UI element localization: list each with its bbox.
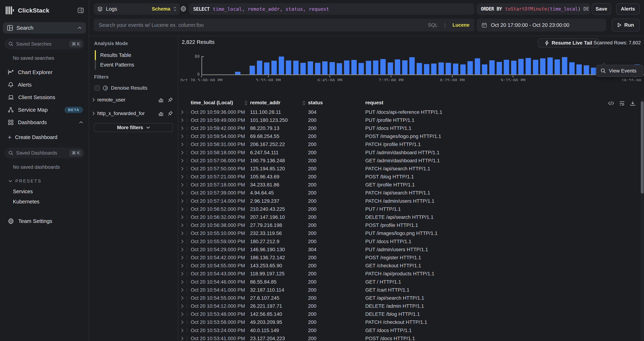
column-header-remote-addr[interactable]: remote_addr <box>250 100 308 106</box>
table-row[interactable]: Oct 20 10:54:42.000 PM 186.136.72.142 20… <box>178 254 640 262</box>
histogram-bar[interactable] <box>409 57 415 74</box>
more-filters-button[interactable]: More filters <box>94 123 173 132</box>
mode-lucene-toggle[interactable]: Lucene <box>452 22 470 28</box>
table-row[interactable]: Oct 20 10:56:32.000 PM 207.147.196.10 20… <box>178 213 640 221</box>
sidebar-collapse-icon[interactable] <box>78 8 84 13</box>
histogram-bar[interactable] <box>548 58 553 74</box>
expand-row-chevron-icon[interactable] <box>181 304 185 308</box>
table-row[interactable]: Oct 20 10:55:59.000 PM 180.27.212.9 200 … <box>178 238 640 246</box>
expand-row-chevron-icon[interactable] <box>181 336 185 340</box>
table-row[interactable]: Oct 20 10:53:24.000 PM 40.0.115.149 200 … <box>178 326 640 334</box>
saved-searches-input[interactable]: ⌘ K <box>4 39 84 50</box>
expand-row-chevron-icon[interactable] <box>181 175 185 179</box>
sidebar-item-dashboards[interactable]: Dashboards <box>0 116 89 129</box>
expand-row-chevron-icon[interactable] <box>181 312 185 316</box>
histogram-bar[interactable] <box>286 60 291 74</box>
create-dashboard-button[interactable]: + Create Dashboard <box>0 132 89 142</box>
table-row[interactable]: Oct 20 10:54:55.000 PM 27.6.107.245 200 … <box>178 294 640 302</box>
filter-field-http-x-forwarded-for[interactable]: http_x_forwarded_for <box>92 109 176 118</box>
team-settings-button[interactable]: Team Settings <box>0 216 89 227</box>
table-row[interactable]: Oct 20 10:53:58.000 PM 49.203.209.95 200… <box>178 318 640 326</box>
source-settings-gear-icon[interactable] <box>180 6 186 12</box>
histogram-bar[interactable] <box>330 62 335 74</box>
histogram-bar[interactable] <box>388 62 393 74</box>
select-query-input[interactable]: SELECT time_local, remote_addr, status, … <box>189 3 474 15</box>
histogram-bar[interactable] <box>380 59 386 74</box>
saved-searches-field[interactable] <box>16 41 66 47</box>
expand-row-chevron-icon[interactable] <box>181 328 185 332</box>
histogram-bar[interactable] <box>344 60 349 74</box>
expand-row-chevron-icon[interactable] <box>181 256 185 260</box>
field-chart-icon[interactable] <box>158 97 164 102</box>
table-row[interactable]: Oct 20 10:53:48.000 PM 142.56.85.140 200… <box>178 310 640 318</box>
table-row[interactable]: Oct 20 10:57:06.000 PM 190.79.136.248 20… <box>178 156 640 164</box>
table-row[interactable]: Oct 20 10:54:55.000 PM 143.253.65.90 200… <box>178 262 640 270</box>
histogram-bar[interactable] <box>431 64 436 74</box>
histogram-bar[interactable] <box>395 60 400 74</box>
field-pin-icon[interactable] <box>168 97 173 102</box>
histogram-bar[interactable] <box>482 64 487 74</box>
denoise-checkbox[interactable] <box>94 85 100 91</box>
resume-live-tail-button[interactable]: Resume Live Tail <box>538 38 599 48</box>
histogram-bar[interactable] <box>250 66 255 74</box>
drag-handle-icon[interactable] <box>245 101 247 105</box>
table-row[interactable]: Oct 20 10:58:31.000 PM 206.167.252.22 20… <box>178 140 640 148</box>
histogram-bar[interactable] <box>576 64 582 74</box>
histogram-bar[interactable] <box>468 61 473 74</box>
sidebar-item-chart-explorer[interactable]: Chart Explorer <box>0 66 89 78</box>
sidebar-item-search[interactable]: Search <box>3 22 86 34</box>
column-header-request[interactable]: request <box>365 100 640 106</box>
event-search-input[interactable]: SQL | Lucene <box>94 18 474 32</box>
sidebar-item-client-sessions[interactable]: Client Sessions <box>0 91 89 104</box>
expand-row-chevron-icon[interactable] <box>181 159 185 163</box>
saved-dashboards-input[interactable]: ⌘ K <box>4 148 84 158</box>
presets-header[interactable]: PRESETS <box>8 178 89 184</box>
table-row[interactable]: Oct 20 10:54:43.000 PM 118.99.197.125 20… <box>178 270 640 278</box>
expand-row-chevron-icon[interactable] <box>181 320 185 324</box>
expand-row-chevron-icon[interactable] <box>181 296 185 300</box>
histogram-bar[interactable] <box>235 72 240 74</box>
table-row[interactable]: Oct 20 10:57:18.000 PM 34.233.81.86 200 … <box>178 181 640 189</box>
histogram-bar[interactable] <box>322 61 328 74</box>
histogram-bar[interactable] <box>373 60 378 74</box>
table-row[interactable]: Oct 20 10:53:41.000 PM 23.127.204.223 20… <box>178 334 640 341</box>
field-pin-icon[interactable] <box>168 111 173 116</box>
histogram-bar[interactable] <box>417 63 422 74</box>
histogram-bar[interactable] <box>438 62 444 74</box>
expand-row-chevron-icon[interactable] <box>181 223 185 227</box>
save-button[interactable]: Save <box>592 3 611 15</box>
table-row[interactable]: Oct 20 10:57:21.000 PM 105.96.43.69 200 … <box>178 173 640 181</box>
histogram-bar[interactable] <box>504 60 509 74</box>
histogram-bar[interactable] <box>533 60 538 74</box>
table-row[interactable]: Oct 20 10:54:12.000 PM 26.221.197.71 200… <box>178 302 640 310</box>
histogram-bar[interactable] <box>540 58 546 74</box>
expand-row-chevron-icon[interactable] <box>181 142 185 146</box>
mode-sql-toggle[interactable]: SQL <box>428 22 438 28</box>
table-row[interactable]: Oct 20 10:58:18.000 PM 6.247.54.111 200 … <box>178 148 640 156</box>
histogram-bar[interactable] <box>460 64 466 74</box>
table-row[interactable]: Oct 20 10:56:52.000 PM 210.240.43.225 20… <box>178 205 640 213</box>
histogram-bar[interactable] <box>257 61 262 74</box>
sidebar-item-alerts[interactable]: Alerts <box>0 78 89 91</box>
source-selector[interactable]: Logs Schema <box>94 3 180 15</box>
table-row[interactable]: Oct 20 10:57:50.000 PM 125.194.85.120 20… <box>178 164 640 173</box>
expand-row-chevron-icon[interactable] <box>181 183 185 187</box>
scrollbar-thumb[interactable] <box>641 101 644 194</box>
preset-item-kubernetes[interactable]: Kubernetes <box>0 196 89 207</box>
sidebar-item-service-map[interactable]: Service Map BETA <box>0 104 89 116</box>
table-row[interactable]: Oct 20 10:59:54.000 PM 69.68.254.55 200 … <box>178 132 640 140</box>
histogram-bar[interactable] <box>308 61 313 74</box>
expand-row-chevron-icon[interactable] <box>181 240 185 244</box>
histogram-bar[interactable] <box>315 63 320 74</box>
table-row[interactable]: Oct 20 10:54:29.000 PM 146.96.190.130 30… <box>178 246 640 254</box>
table-row[interactable]: Oct 20 10:59:36.000 PM 111.100.28.11 304… <box>178 108 640 116</box>
histogram-bar[interactable] <box>402 60 408 74</box>
mode-results-table[interactable]: Results Table <box>95 50 178 60</box>
expand-row-chevron-icon[interactable] <box>181 215 185 219</box>
expand-row-chevron-icon[interactable] <box>181 280 185 284</box>
event-search-field[interactable] <box>99 22 424 28</box>
histogram-bar[interactable] <box>446 63 451 74</box>
histogram-bar[interactable] <box>337 63 342 74</box>
column-header-time-local[interactable]: time_local (Local) <box>191 100 250 106</box>
histogram-bar[interactable] <box>300 63 306 74</box>
